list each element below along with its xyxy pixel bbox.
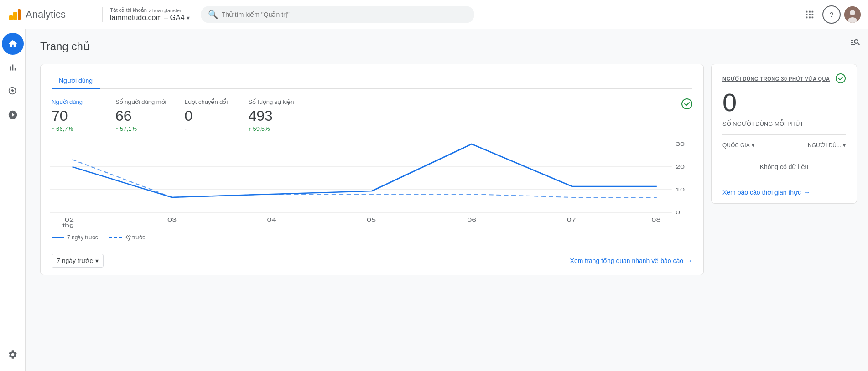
logo-area: Analytics [7,7,99,22]
nav-actions: ? [800,5,861,24]
app-title: Analytics [26,9,66,21]
metric-new-users: Số người dùng mới 66 ↑ 57,1% [115,98,166,132]
apps-grid-icon [805,10,815,20]
svg-rect-14 [812,16,814,18]
sidebar-item-advertising[interactable] [2,104,24,126]
metric-events-value: 493 [249,107,294,124]
view-report-text: Xem trang tổng quan nhanh về báo cáo [570,257,683,264]
svg-rect-12 [806,16,808,18]
metric-new-users-value: 66 [115,107,166,124]
sidebar-item-home[interactable] [2,33,24,55]
tab-users[interactable]: Người dùng [52,73,100,89]
metrics-check-icon [681,100,692,112]
help-button[interactable]: ? [822,5,841,24]
metric-users-change: ↑ 66,7% [52,125,97,132]
breadcrumb-site-selector[interactable]: lammetudo.com – GA4 ▾ [110,14,190,22]
metric-new-users-change: ↑ 57,1% [115,125,166,132]
search-input[interactable] [222,11,467,18]
metric-conversions-change: - [185,125,230,132]
svg-point-16 [850,10,855,15]
insights-button[interactable] [850,36,861,50]
view-report-arrow: → [686,257,692,264]
bar-chart-icon [8,62,18,72]
metric-events: Số lượng sự kiện 493 ↑ 59,5% [249,98,294,132]
view-report-link[interactable]: Xem trang tổng quan nhanh về báo cáo → [570,257,692,264]
breadcrumb-chevron: › [149,7,151,14]
insights-icon [850,36,861,47]
no-data-message: Không có dữ liệu [722,152,846,181]
metric-new-users-label[interactable]: Số người dùng mới [115,98,166,105]
page-title: Trang chủ [40,40,857,53]
all-accounts-label[interactable]: Tất cả tài khoản [110,7,147,13]
metric-conversions: Lượt chuyển đổi 0 - [185,98,230,132]
realtime-check-icon [836,73,846,85]
svg-rect-9 [806,14,808,15]
metrics-row: Người dùng 70 ↑ 66,7% Số người dùng mới … [52,98,692,132]
svg-rect-6 [806,10,808,12]
metric-users-value: 70 [52,107,97,124]
breadcrumb: Tất cả tài khoản › hoanglanster lammetud… [102,7,190,22]
svg-text:20: 20 [676,164,685,170]
metric-events-label[interactable]: Số lượng sự kiện [249,98,294,105]
svg-rect-13 [809,16,811,18]
settings-icon [8,350,18,360]
metric-users-label[interactable]: Người dùng [52,98,97,105]
country-dropdown-icon: ▾ [752,142,754,149]
svg-point-18 [682,99,692,109]
realtime-table-header: QUỐC GIA ▾ NGƯỜI DÙ... ▾ [722,142,846,149]
legend-previous: Kỳ trước [109,234,146,241]
sidebar-item-admin[interactable] [2,344,24,366]
users-dropdown-icon: ▾ [843,142,846,149]
sidebar-item-reports[interactable] [2,57,24,78]
advertising-icon [8,110,18,120]
legend-current-line [52,237,64,238]
chart-legend: 7 ngày trước Kỳ trước [52,234,692,241]
legend-previous-line [109,237,122,238]
apps-menu-button[interactable] [800,5,819,24]
svg-text:04: 04 [267,217,276,222]
account-name: hoanglanster [152,8,182,13]
view-realtime-report-link[interactable]: Xem báo cáo thời gian thực → [722,189,846,196]
svg-text:06: 06 [467,217,476,222]
metric-events-change: ↑ 59,5% [249,125,294,132]
svg-text:thg: thg [62,222,74,228]
home-icon [8,39,18,49]
realtime-header: NGƯỜI DÙNG TRONG 30 PHÚT VỪA QUA [722,73,846,85]
cards-row: Người dùng Người dùng 70 ↑ 66,7% Số ngườ… [40,64,857,275]
realtime-title[interactable]: NGƯỜI DÙNG TRONG 30 PHÚT VỪA QUA [722,76,830,82]
realtime-card-footer: Xem báo cáo thời gian thực → [722,181,846,196]
breadcrumb-top: Tất cả tài khoản › hoanglanster [110,7,190,14]
view-realtime-text: Xem báo cáo thời gian thực [722,189,801,196]
svg-text:0: 0 [676,210,680,215]
svg-text:08: 08 [651,217,660,222]
metric-conversions-label[interactable]: Lượt chuyển đổi [185,98,230,105]
svg-text:30: 30 [676,141,685,147]
svg-rect-3 [9,15,13,20]
stats-card: Người dùng Người dùng 70 ↑ 66,7% Số ngườ… [40,64,704,275]
svg-text:02: 02 [65,217,74,222]
metric-users: Người dùng 70 ↑ 66,7% [52,98,97,132]
sidebar-item-explore[interactable] [2,80,24,102]
svg-rect-4 [13,12,17,20]
svg-rect-11 [812,14,814,15]
period-selector[interactable]: 7 ngày trước ▾ [52,254,104,268]
svg-text:05: 05 [367,217,376,222]
svg-rect-5 [18,9,21,20]
realtime-users-value: 0 [722,88,846,117]
analytics-logo-icon [7,7,22,22]
view-realtime-arrow: → [804,189,810,196]
realtime-country-label: QUỐC GIA [722,142,750,149]
svg-text:07: 07 [567,217,576,222]
search-icon: 🔍 [208,10,218,20]
site-dropdown-icon: ▾ [187,14,190,21]
line-chart: 30 20 10 0 02 thg 03 04 05 06 [50,139,694,231]
stats-tabs: Người dùng [52,73,692,89]
realtime-col-country[interactable]: QUỐC GIA ▾ [722,142,754,149]
svg-rect-8 [812,10,814,12]
realtime-col-users[interactable]: NGƯỜI DÙ... ▾ [808,142,846,149]
legend-current-label: 7 ngày trước [67,234,98,241]
svg-text:03: 03 [167,217,177,222]
user-avatar[interactable] [844,6,861,23]
explore-icon [8,86,18,96]
search-bar[interactable]: 🔍 [201,6,474,23]
